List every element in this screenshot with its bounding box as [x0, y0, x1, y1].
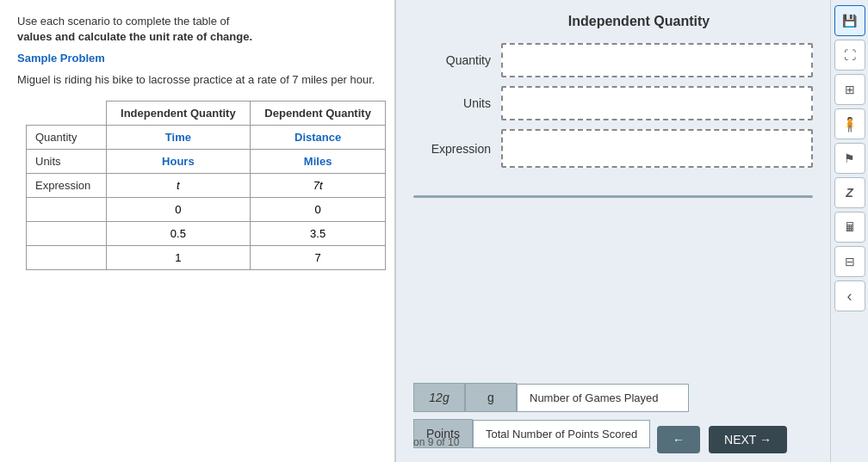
table-row: Expression t 7t [27, 173, 386, 197]
chevron-left-button[interactable]: ‹ [834, 280, 865, 311]
instruction-line1: Use each scenario to complete the table … [17, 15, 229, 28]
back-label: ← [673, 433, 685, 447]
next-button[interactable]: NEXT → [709, 426, 787, 453]
data-table: Independent Quantity Dependent Quantity … [26, 101, 386, 270]
table-icon: ⊞ [845, 83, 855, 96]
col-header-independent: Independent Quantity [106, 101, 251, 125]
table-row: 1 7 [27, 245, 386, 269]
page-indicator: on 9 of 10 [413, 436, 459, 448]
flag-icon: ⚑ [844, 151, 855, 165]
row-label-units: Units [27, 149, 107, 173]
divider [413, 195, 813, 198]
cell-quantity-dep: Distance [251, 125, 386, 149]
icon-sidebar: 💾 ⛶ ⊞ 🧍 ⚑ Z 🖩 ⊟ ‹ [830, 0, 868, 462]
drag-label-games[interactable]: Number of Games Played [517, 384, 689, 412]
drag-chip-g[interactable]: g [465, 383, 517, 412]
chevron-left-icon: ‹ [847, 287, 852, 305]
table-row: 0 0 [27, 197, 386, 221]
cell-quantity-ind: Time [106, 125, 251, 149]
cell-expr-ind: t [106, 173, 251, 197]
row-label-empty1 [27, 197, 107, 221]
calculator-icon: 🖩 [844, 220, 856, 234]
form-label-units: Units [413, 96, 491, 110]
problem-description: Miguel is riding his bike to lacrosse pr… [17, 71, 377, 89]
z-icon: Z [846, 186, 853, 200]
save-icon: 💾 [842, 14, 857, 28]
drag-label-total-points[interactable]: Total Number of Points Scored [473, 420, 650, 448]
table-icon-button[interactable]: ⊞ [834, 74, 865, 105]
table-row: Units Hours Miles [27, 149, 386, 173]
left-panel: Use each scenario to complete the table … [0, 0, 396, 462]
cell-val2-ind: 0.5 [106, 221, 251, 245]
right-panel: Independent Quantity Quantity Units Expr… [396, 0, 830, 462]
cell-expr-dep: 7t [251, 173, 386, 197]
ind-quantity-header: Independent Quantity [465, 14, 813, 29]
instruction-line2: values and calculate the unit rate of ch… [17, 30, 252, 43]
person-icon-button[interactable]: 🧍 [834, 108, 865, 139]
cell-val3-dep: 7 [251, 245, 386, 269]
expand-icon-button[interactable]: ⛶ [834, 40, 865, 71]
grid-icon: ⊟ [845, 255, 855, 268]
form-label-quantity: Quantity [413, 53, 491, 67]
row-label-quantity: Quantity [27, 125, 107, 149]
sample-problem-label: Sample Problem [17, 52, 377, 65]
form-row-units: Units [413, 86, 813, 120]
cell-val1-dep: 0 [251, 197, 386, 221]
calculator-icon-button[interactable]: 🖩 [834, 212, 865, 243]
back-button[interactable]: ← [657, 426, 700, 453]
row-label-empty3 [27, 245, 107, 269]
table-row: 0.5 3.5 [27, 221, 386, 245]
drag-chip-12g[interactable]: 12g [413, 383, 465, 412]
cell-val1-ind: 0 [106, 197, 251, 221]
quantity-input-box[interactable] [501, 43, 813, 77]
cell-units-ind: Hours [106, 149, 251, 173]
row-label-expression: Expression [27, 173, 107, 197]
save-icon-button[interactable]: 💾 [834, 5, 865, 36]
units-input-box[interactable] [501, 86, 813, 120]
form-section: Quantity Units Expression [413, 43, 813, 168]
form-row-expression: Expression [413, 129, 813, 168]
cell-val2-dep: 3.5 [251, 221, 386, 245]
form-row-quantity: Quantity [413, 43, 813, 77]
instruction-text: Use each scenario to complete the table … [17, 14, 377, 45]
col-header-dependent: Dependent Quantity [251, 101, 386, 125]
expand-icon: ⛶ [844, 48, 856, 62]
drag-row-1: 12g g Number of Games Played [413, 383, 813, 412]
flag-icon-button[interactable]: ⚑ [834, 143, 865, 174]
person-icon: 🧍 [841, 116, 859, 132]
grid-icon-button[interactable]: ⊟ [834, 246, 865, 277]
cell-units-dep: Miles [251, 149, 386, 173]
row-label-empty2 [27, 221, 107, 245]
table-row: Quantity Time Distance [27, 125, 386, 149]
expression-input-box[interactable] [501, 129, 813, 168]
next-label: NEXT → [724, 433, 772, 447]
cell-val3-ind: 1 [106, 245, 251, 269]
form-label-expression: Expression [413, 142, 491, 156]
bottom-nav: ← NEXT → [657, 426, 787, 453]
z-icon-button[interactable]: Z [834, 177, 865, 208]
